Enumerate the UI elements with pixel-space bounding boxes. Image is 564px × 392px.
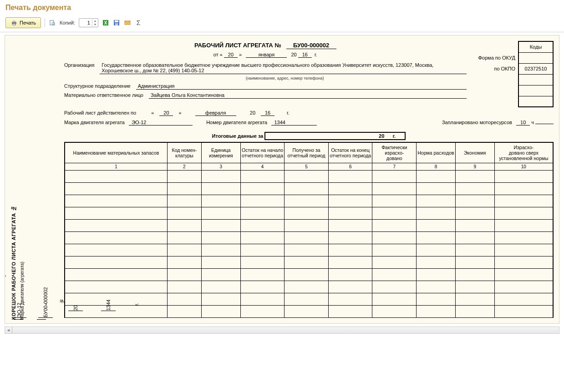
scroll-left-icon[interactable]: ◄: [5, 327, 12, 333]
table-cell: [240, 207, 285, 220]
column-number: 6: [328, 163, 372, 171]
table-cell: [201, 220, 240, 232]
table-cell: [240, 281, 285, 293]
table-cell: [167, 281, 201, 293]
column-number: 3: [201, 163, 240, 171]
table-cell: [417, 207, 456, 220]
table-cell: [328, 207, 372, 220]
planned-extra: [535, 124, 554, 124]
table-header: Экономия: [455, 142, 494, 163]
table-cell: [65, 207, 167, 220]
table-cell: [201, 293, 240, 306]
table-header: Код номен- клатуры: [167, 142, 201, 163]
table-cell: [417, 220, 456, 232]
table-cell: [372, 293, 417, 306]
dept-label: Структурное подразделение: [64, 83, 131, 89]
valid-year-g: г.: [287, 110, 290, 116]
table-cell: [417, 293, 456, 306]
table-header: Остаток на конец отчетного периода: [328, 142, 372, 163]
table-cell: [372, 195, 417, 207]
save-icon[interactable]: [113, 19, 120, 26]
spin-up-icon[interactable]: ▲: [92, 19, 98, 23]
table-cell: [328, 244, 372, 256]
table-cell: [201, 232, 240, 244]
table-cell: [417, 171, 456, 183]
table-cell: [240, 171, 285, 183]
valid-label: Рабочий лист действителен по: [64, 110, 136, 116]
valid-year: 16: [261, 110, 274, 116]
table-cell: [201, 269, 240, 281]
table-header: Получено за отчетный период: [285, 142, 329, 163]
excel-icon[interactable]: X: [102, 19, 109, 26]
spine-engine-brand: ЭО-12: [12, 291, 26, 318]
spine-engine-num: 1344: [101, 297, 116, 311]
org-label: Организация: [64, 62, 94, 68]
engine-num-label: Номер двигателя агрегата: [206, 120, 267, 125]
column-number: 2: [167, 163, 201, 171]
okud-label: Форма по ОКУД: [474, 52, 519, 63]
table-header: Остаток на начало отчетного периода: [240, 142, 285, 163]
copies-input[interactable]: [79, 19, 92, 26]
table-cell: [285, 306, 329, 318]
engine-num-value: 1344: [271, 120, 317, 126]
from-year: 16: [298, 52, 312, 58]
table-cell: [328, 220, 372, 232]
codes-block: Коды Форма по ОКУД по ОКПО02372510: [474, 41, 554, 107]
mail-icon[interactable]: [124, 19, 131, 26]
form-doc-no: БУ00-000002: [286, 42, 336, 49]
table-cell: [494, 195, 553, 207]
table-row: [65, 220, 553, 232]
from-year-prefix: 20: [291, 52, 297, 57]
spin-down-icon[interactable]: ▼: [92, 23, 98, 26]
from-label: от «: [213, 52, 223, 57]
form-title: РАБОЧИЙ ЛИСТ АГРЕГАТА № БУ00-000002: [64, 42, 467, 49]
table-cell: [167, 232, 201, 244]
dept-value: Администрация: [136, 83, 467, 90]
toolbar: Печать Копий: ▲ ▼ X Σ: [0, 15, 564, 32]
horizontal-scrollbar[interactable]: ◄: [5, 327, 559, 334]
totals-label: Итоговые данные за: [212, 133, 264, 139]
table-cell: [285, 293, 329, 306]
spine-year-g: г.: [134, 303, 139, 306]
document-spine: КОРЕШОК РАБОЧЕГО ЛИСТА АГРЕГАТА № Рабочи…: [9, 39, 61, 320]
resp-value: Зайцева Ольга Константиновна: [149, 92, 467, 99]
planned-value: 10: [516, 120, 530, 126]
table-row: [65, 256, 553, 269]
planned-unit: ч: [531, 120, 534, 125]
svg-rect-9: [115, 20, 118, 22]
sigma-icon[interactable]: Σ: [135, 19, 142, 26]
print-button[interactable]: Печать: [5, 17, 41, 28]
table-cell: [328, 269, 372, 281]
table-cell: [167, 183, 201, 195]
document-viewport: КОРЕШОК РАБОЧЕГО ЛИСТА АГРЕГАТА № Рабочи…: [5, 35, 559, 324]
table-cell: [201, 281, 240, 293]
table-cell: [328, 232, 372, 244]
table-cell: [455, 232, 494, 244]
table-cell: [285, 244, 329, 256]
copies-spinner[interactable]: ▲ ▼: [79, 18, 98, 27]
table-cell: [167, 220, 201, 232]
okpo-label: по ОКПО: [474, 63, 519, 74]
table-cell: [65, 171, 167, 183]
table-cell: [494, 256, 553, 269]
okud-value: [518, 52, 553, 63]
table-cell: [201, 306, 240, 318]
resp-label: Материально ответственное лицо: [64, 92, 143, 98]
svg-text:Σ: Σ: [137, 20, 141, 26]
table-cell: [328, 293, 372, 306]
table-cell: [494, 269, 553, 281]
table-cell: [328, 171, 372, 183]
table-cell: [285, 207, 329, 220]
table-cell: [372, 183, 417, 195]
table-header: Единица измерения: [201, 142, 240, 163]
table-cell: [65, 232, 167, 244]
table-header: Норма расходов: [417, 142, 456, 163]
from-date-line: от « 20 » января 20 16 г.: [64, 52, 467, 58]
table-cell: [167, 256, 201, 269]
preview-icon[interactable]: [49, 19, 56, 26]
table-cell: [372, 256, 417, 269]
table-cell: [285, 256, 329, 269]
table-cell: [372, 171, 417, 183]
totals-ys: г.: [393, 133, 396, 139]
table-row: [65, 244, 553, 256]
